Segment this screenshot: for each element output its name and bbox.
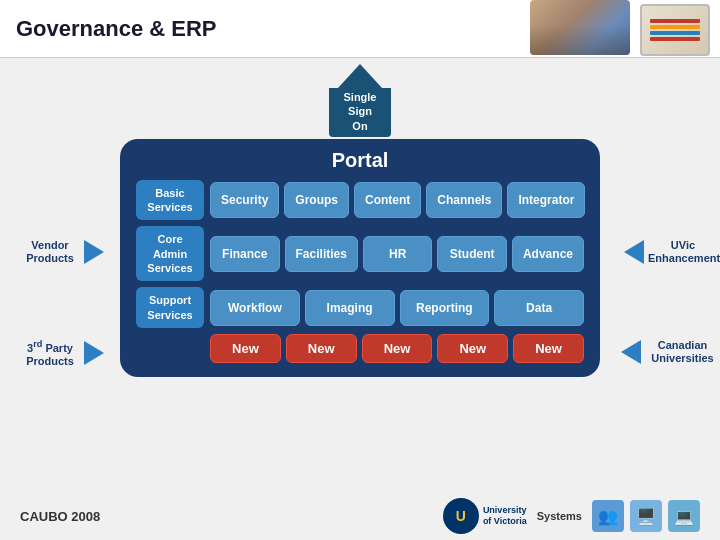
sso-label: SingleSignOn [329,88,390,137]
main-content: SingleSignOn Vendor Products 3rd PartyPr… [0,58,720,381]
portal-title: Portal [136,149,584,172]
basic-services-label: BasicServices [136,180,204,221]
page-title: Governance & ERP [16,16,217,42]
header-badge [640,4,710,56]
finance-button[interactable]: Finance [210,236,280,272]
support-services-label: SupportServices [136,287,204,328]
portal-wrapper: Vendor Products 3rd PartyProducts UVicEn… [120,139,600,377]
systems-label: Systems [537,510,582,522]
badge-line-1 [650,19,700,23]
uvic-name: University [483,505,527,516]
badge-line-4 [650,37,700,41]
party-arrow: 3rd PartyProducts [20,339,104,368]
reporting-button[interactable]: Reporting [400,290,490,326]
new-button-1[interactable]: New [210,334,281,363]
header-photo [530,0,630,55]
new-button-2[interactable]: New [286,334,357,363]
new-button-4[interactable]: New [437,334,508,363]
vendor-arrow: Vendor Products [20,239,104,265]
sso-indicator: SingleSignOn [329,64,390,137]
new-button-5[interactable]: New [513,334,584,363]
new-buttons-row: New New New New New [136,334,584,363]
uvic-label: UVicEnhancements [648,239,718,265]
groups-button[interactable]: Groups [284,182,349,218]
footer-icons: 👥 🖥️ 💻 [592,500,700,532]
core-admin-buttons: Finance Facilities HR Student Advance [210,236,584,272]
sso-wrapper: SingleSignOn [20,64,700,137]
support-services-buttons: Workflow Imaging Reporting Data [210,290,584,326]
portal-container: Portal BasicServices Security Groups Con… [120,139,600,377]
hr-button[interactable]: HR [363,236,433,272]
badge-line-3 [650,31,700,35]
header: Governance & ERP [0,0,720,58]
party-arrow-icon [84,341,104,365]
uvic-text: University of Victoria [483,505,527,527]
data-button[interactable]: Data [494,290,584,326]
basic-services-buttons: Security Groups Content Channels Integra… [210,182,585,218]
uvic-logo: U University of Victoria [443,498,527,534]
security-button[interactable]: Security [210,182,279,218]
badge-graphic [650,17,700,43]
footer-logos: U University of Victoria Systems 👥 🖥️ 💻 [443,498,700,534]
uvic-arrow-icon [624,240,644,264]
integrator-button[interactable]: Integrator [507,182,585,218]
party-label: 3rd PartyProducts [20,339,80,368]
page: Governance & ERP SingleSignOn Vendor Pro… [0,0,720,540]
footer-icon-1: 👥 [592,500,624,532]
advance-button[interactable]: Advance [512,236,584,272]
support-services-row: SupportServices Workflow Imaging Reporti… [136,287,584,328]
canadian-arrow: CanadianUniversities [621,339,720,365]
footer-icon-3: 💻 [668,500,700,532]
new-button-3[interactable]: New [362,334,433,363]
imaging-button[interactable]: Imaging [305,290,395,326]
canadian-arrow-icon [621,340,641,364]
core-admin-row: CoreAdminServices Finance Facilities HR … [136,226,584,281]
vendor-label: Vendor Products [20,239,80,265]
badge-line-2 [650,25,700,29]
channels-button[interactable]: Channels [426,182,502,218]
footer-icon-2: 🖥️ [630,500,662,532]
uvic-crest-icon: U [443,498,479,534]
content-button[interactable]: Content [354,182,421,218]
caubo-label: CAUBO 2008 [20,509,100,524]
sso-arrow-icon [338,64,382,88]
vendor-arrow-icon [84,240,104,264]
workflow-button[interactable]: Workflow [210,290,300,326]
footer: CAUBO 2008 U University of Victoria Syst… [20,498,700,534]
core-admin-label: CoreAdminServices [136,226,204,281]
student-button[interactable]: Student [437,236,507,272]
facilities-button[interactable]: Facilities [285,236,358,272]
canadian-label: CanadianUniversities [645,339,720,365]
uvic-arrow: UVicEnhancements [624,239,718,265]
basic-services-row: BasicServices Security Groups Content Ch… [136,180,584,221]
uvic-location: of Victoria [483,516,527,527]
